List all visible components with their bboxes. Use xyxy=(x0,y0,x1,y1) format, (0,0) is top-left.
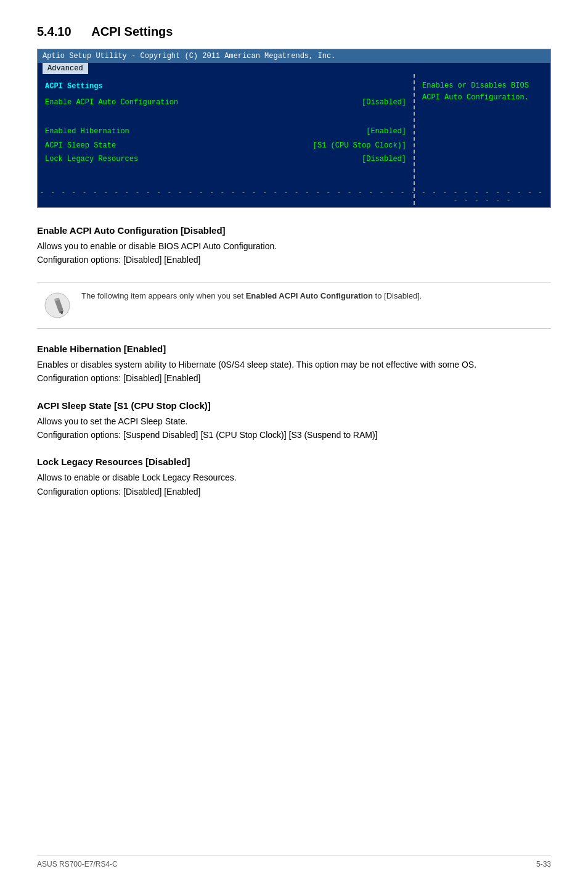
page-footer: ASUS RS700-E7/RS4-C 5-33 xyxy=(37,856,551,868)
note-text: The following item appears only when you… xyxy=(81,290,422,303)
section-number: 5.4.10 xyxy=(37,25,71,38)
bios-tab-advanced: Advanced xyxy=(43,63,88,74)
bios-content: ACPI Settings Enable ACPI Auto Configura… xyxy=(38,74,550,185)
bios-item-0: Enable ACPI Auto Configuration [Disabled… xyxy=(45,96,406,109)
bios-title-text: Aptio Setup Utility - Copyright (C) 2011… xyxy=(43,52,335,60)
subsection-body-sleep: Allows you to set the ACPI Sleep State. … xyxy=(37,415,551,442)
subsection-heading-sleep: ACPI Sleep State [S1 (CPU Stop Clock)] xyxy=(37,400,551,411)
note-icon xyxy=(42,290,73,321)
note-text-before: The following item appears only when you… xyxy=(81,291,246,300)
subsection-hibernation: Enable Hibernation [Enabled] Enables or … xyxy=(37,344,551,386)
bios-item-sleep: ACPI Sleep State [S1 (CPU Stop Clock)] xyxy=(45,139,406,152)
bios-right-panel: Enables or Disables BIOS ACPI Auto Confi… xyxy=(415,74,550,185)
subsection-lock-legacy: Lock Legacy Resources [Disabled] Allows … xyxy=(37,456,551,498)
section-heading: 5.4.10 ACPI Settings xyxy=(37,25,551,39)
bios-bottom-dashes: - - - - - - - - - - - - - - - - - - - - … xyxy=(38,185,550,207)
subsection-heading-hibernation: Enable Hibernation [Enabled] xyxy=(37,344,551,354)
bios-item-lock: Lock Legacy Resources [Disabled] xyxy=(45,153,406,165)
bios-left-panel: ACPI Settings Enable ACPI Auto Configura… xyxy=(38,74,415,185)
bios-help-text: Enables or Disables BIOS ACPI Auto Confi… xyxy=(422,81,529,102)
subsection-heading-acpi: Enable ACPI Auto Configuration [Disabled… xyxy=(37,225,551,236)
section-title: ACPI Settings xyxy=(91,25,173,38)
bios-section-title: ACPI Settings xyxy=(45,80,406,93)
footer-left: ASUS RS700-E7/RS4-C xyxy=(37,860,118,868)
subsection-enable-acpi: Enable ACPI Auto Configuration [Disabled… xyxy=(37,225,551,267)
note-text-after: to [Disabled]. xyxy=(373,291,422,300)
note-bold-text: Enabled ACPI Auto Configuration xyxy=(246,291,373,300)
subsection-heading-lock: Lock Legacy Resources [Disabled] xyxy=(37,456,551,467)
subsection-body-acpi: Allows you to enable or disable BIOS ACP… xyxy=(37,239,551,267)
bios-item-hibernation: Enabled Hibernation [Enabled] xyxy=(45,125,406,138)
subsection-body-hibernation: Enables or disables system ability to Hi… xyxy=(37,358,551,386)
bios-title-bar: Aptio Setup Utility - Copyright (C) 2011… xyxy=(38,49,550,63)
note-box: The following item appears only when you… xyxy=(37,282,551,329)
subsection-sleep-state: ACPI Sleep State [S1 (CPU Stop Clock)] A… xyxy=(37,400,551,442)
pencil-icon xyxy=(44,292,71,319)
subsection-body-lock: Allows to enable or disable Lock Legacy … xyxy=(37,471,551,498)
bios-screenshot: Aptio Setup Utility - Copyright (C) 2011… xyxy=(37,49,551,208)
footer-right: 5-33 xyxy=(536,860,551,868)
